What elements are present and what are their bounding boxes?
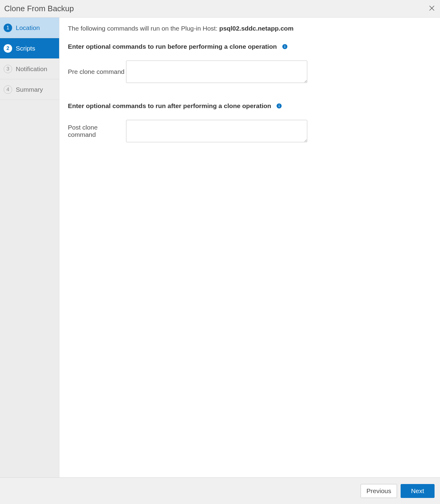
wizard-step-location[interactable]: 1 Location bbox=[0, 18, 59, 38]
pre-clone-heading-text: Enter optional commands to run before pe… bbox=[68, 43, 277, 50]
step-number: 3 bbox=[4, 65, 12, 73]
info-icon[interactable] bbox=[276, 103, 282, 109]
pre-clone-heading: Enter optional commands to run before pe… bbox=[68, 43, 288, 50]
pre-clone-command-input[interactable] bbox=[126, 61, 307, 83]
wizard-step-summary[interactable]: 4 Summary bbox=[0, 79, 59, 100]
post-clone-heading: Enter optional commands to run after per… bbox=[68, 102, 282, 110]
step-number: 4 bbox=[4, 85, 12, 94]
step-number: 1 bbox=[4, 24, 12, 32]
wizard-step-scripts[interactable]: 2 Scripts bbox=[0, 38, 59, 59]
host-name: psql02.sddc.netapp.com bbox=[219, 25, 294, 32]
post-clone-heading-text: Enter optional commands to run after per… bbox=[68, 102, 271, 110]
wizard-sidebar: 1 Location 2 Scripts 3 Notification 4 Su… bbox=[0, 18, 59, 477]
svg-rect-7 bbox=[279, 104, 279, 105]
dialog-footer: Previous Next bbox=[0, 477, 440, 504]
dialog-header: Clone From Backup bbox=[0, 0, 440, 18]
step-label: Summary bbox=[16, 86, 43, 93]
close-icon[interactable] bbox=[428, 4, 436, 13]
step-number: 2 bbox=[4, 44, 12, 53]
step-label: Location bbox=[16, 24, 40, 31]
host-info-line: The following commands will run on the P… bbox=[68, 25, 432, 32]
wizard-step-notification[interactable]: 3 Notification bbox=[0, 59, 59, 79]
svg-rect-4 bbox=[285, 45, 285, 46]
post-clone-field-row: Post clone command bbox=[68, 120, 432, 142]
svg-rect-6 bbox=[279, 105, 279, 107]
host-info-prefix: The following commands will run on the P… bbox=[68, 25, 219, 32]
step-label: Scripts bbox=[16, 45, 35, 52]
post-clone-label: Post clone command bbox=[68, 124, 126, 138]
info-icon[interactable] bbox=[282, 44, 288, 50]
svg-rect-3 bbox=[285, 46, 285, 48]
next-button[interactable]: Next bbox=[401, 484, 435, 498]
wizard-content: The following commands will run on the P… bbox=[59, 18, 440, 477]
step-label: Notification bbox=[16, 65, 47, 73]
post-clone-command-input[interactable] bbox=[126, 120, 307, 142]
dialog-title: Clone From Backup bbox=[4, 4, 74, 13]
pre-clone-field-row: Pre clone command bbox=[68, 61, 432, 83]
previous-button[interactable]: Previous bbox=[361, 484, 397, 498]
pre-clone-label: Pre clone command bbox=[68, 68, 126, 75]
